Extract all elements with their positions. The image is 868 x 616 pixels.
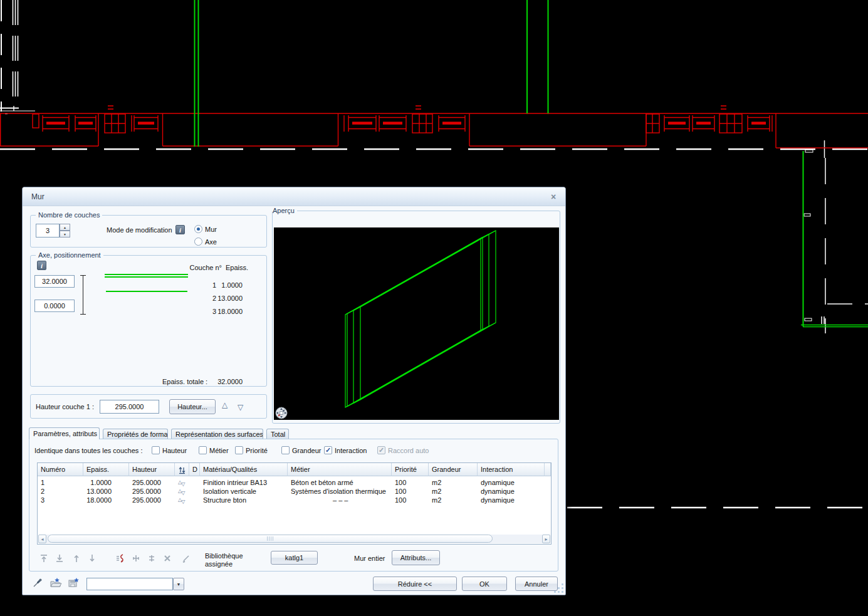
resize-grip[interactable]: [555, 583, 563, 593]
checkbox-hauteur[interactable]: Hauteur: [152, 446, 187, 454]
col-metier: Métier: [288, 463, 392, 476]
layer-move-icons[interactable]: △▽: [175, 496, 189, 504]
split-layer-icon[interactable]: [147, 553, 157, 563]
open-favorite-icon[interactable]: [50, 577, 62, 588]
tab-parametres-attributs[interactable]: Paramètres, attributs: [29, 427, 100, 439]
axis-line: [106, 291, 187, 292]
tab-representation-surfaces[interactable]: Représentation des surfaces: [171, 429, 263, 439]
layer-line: [105, 276, 188, 278]
tab-page-parametres: Identique dans toutes les couches : Haut…: [29, 439, 558, 572]
table-row[interactable]: 3 18.0000 295.0000 △▽ Structure bton – –…: [38, 496, 551, 504]
ok-button[interactable]: OK: [462, 577, 507, 591]
cell-metier: – – –: [288, 496, 392, 504]
spin-down-icon[interactable]: ▼: [60, 231, 70, 238]
hauteur-button[interactable]: Hauteur...: [169, 399, 216, 414]
axis-offset-bottom-field[interactable]: 0.0000: [34, 300, 75, 312]
reduce-button[interactable]: Réduire <<: [373, 577, 457, 591]
checkbox-icon[interactable]: [281, 446, 290, 454]
layer-thickness: 18.0000: [192, 308, 243, 315]
raise-icon[interactable]: △: [222, 400, 227, 409]
save-favorite-icon[interactable]: [68, 577, 80, 588]
layer-count-value[interactable]: 3: [36, 224, 60, 238]
group-apercu: Aperçu: [272, 211, 560, 424]
scrollbar-track[interactable]: [46, 535, 542, 543]
scroll-left-icon[interactable]: ◂: [38, 535, 46, 543]
col-cropped: [545, 463, 551, 476]
layer-move-icons[interactable]: △▽: [175, 487, 189, 496]
table-header-row: Numéro Epaiss. Hauteur D Matériau/Qualit…: [38, 463, 551, 476]
checkbox-label: Hauteur: [162, 447, 187, 454]
edit-layer-icon[interactable]: [181, 553, 191, 563]
checkbox-checked-icon[interactable]: ✓: [324, 446, 332, 454]
hauteur-field[interactable]: 295.0000: [100, 400, 159, 414]
pipette-icon[interactable]: [32, 577, 43, 588]
radio-mur[interactable]: Mur: [194, 225, 217, 233]
cell-d: [189, 478, 200, 487]
col-materiau: Matériau/Qualités: [200, 463, 288, 476]
table-row[interactable]: 1 1.0000 295.0000 △▽ Finition intrieur B…: [38, 478, 551, 487]
dialog-titlebar[interactable]: Mur ×: [23, 187, 565, 206]
delete-layer-icon[interactable]: [162, 553, 172, 563]
checkbox-metier[interactable]: Métier: [199, 446, 229, 454]
radio-icon: [194, 238, 202, 246]
layer-count-spinner[interactable]: 3 ▲ ▼: [36, 224, 70, 238]
col-priorite: Priorité: [392, 463, 429, 476]
radio-axe[interactable]: Axe: [194, 238, 217, 246]
dimension-cap: [80, 314, 86, 315]
cell-hauteur: 295.0000: [129, 478, 175, 487]
wall-3d-wireframe: [274, 227, 559, 420]
merge-layer-icon[interactable]: [131, 553, 141, 563]
cell-hauteur: 295.0000: [129, 496, 175, 504]
spin-up-icon[interactable]: ▲: [60, 224, 70, 231]
attributes-button[interactable]: Attributs...: [392, 550, 440, 565]
radio-selected-icon: [194, 225, 202, 233]
group-nombre-de-couches: Nombre de couches 3 ▲ ▼ Mode de modifica…: [30, 215, 267, 248]
catalog-button[interactable]: katlg1: [271, 551, 318, 565]
cell-materiau: Finition intrieur BA13: [200, 478, 288, 487]
col-grandeur: Grandeur: [429, 463, 478, 476]
checkbox-icon[interactable]: [199, 446, 207, 454]
tab-total[interactable]: Total: [266, 429, 289, 439]
horizontal-scrollbar[interactable]: ◂ ▸: [38, 535, 550, 543]
table-row[interactable]: 2 13.0000 295.0000 △▽ Isolation vertical…: [38, 487, 551, 496]
combobox-value[interactable]: [86, 578, 173, 590]
info-icon[interactable]: i: [37, 261, 46, 270]
layers-table: Numéro Epaiss. Hauteur D Matériau/Qualit…: [37, 462, 552, 545]
cell-priorite: 100: [392, 487, 429, 496]
move-to-top-icon[interactable]: [39, 553, 49, 563]
checkbox-label: Métier: [209, 447, 229, 454]
checkbox-priorite[interactable]: Priorité: [235, 446, 268, 454]
scrollbar-thumb[interactable]: [48, 535, 493, 543]
dimension-cap: [80, 275, 86, 276]
scroll-right-icon[interactable]: ▸: [542, 535, 550, 543]
checkbox-interaction[interactable]: ✓ Interaction: [324, 446, 367, 454]
tab-proprietes-format[interactable]: Propriétés de format: [103, 429, 168, 439]
cell-numero: 3: [38, 496, 83, 504]
axis-offset-top-field[interactable]: 32.0000: [34, 275, 75, 288]
cell-numero: 1: [38, 478, 83, 487]
col-d: D: [189, 463, 200, 476]
col-height-sort: [175, 463, 189, 476]
move-down-icon[interactable]: [87, 553, 97, 563]
checkbox-disabled-icon: ✓: [377, 446, 385, 454]
info-icon[interactable]: i: [175, 225, 185, 234]
dropdown-icon[interactable]: ▼: [173, 578, 184, 590]
insert-layer-icon[interactable]: [115, 553, 125, 563]
cell-grandeur: m2: [429, 487, 478, 496]
layer-thickness: 13.0000: [192, 295, 243, 302]
move-to-bottom-icon[interactable]: [55, 553, 65, 563]
dimension-line: [83, 275, 83, 315]
lower-icon[interactable]: ▽: [238, 403, 243, 412]
cancel-button[interactable]: Annuler: [515, 577, 558, 591]
favorite-combobox[interactable]: ▼: [86, 578, 184, 590]
checkbox-icon[interactable]: [152, 446, 160, 454]
checkbox-icon[interactable]: [235, 446, 243, 454]
move-up-icon[interactable]: [71, 553, 81, 563]
cell-priorite: 100: [392, 478, 429, 487]
layer-move-icons[interactable]: △▽: [175, 478, 189, 487]
cell-interaction: dynamique: [478, 487, 545, 496]
wall-preview-viewport[interactable]: [274, 227, 559, 420]
checkbox-label: Priorité: [246, 447, 268, 454]
close-icon[interactable]: ×: [548, 191, 559, 202]
checkbox-grandeur[interactable]: Grandeur: [281, 446, 321, 454]
